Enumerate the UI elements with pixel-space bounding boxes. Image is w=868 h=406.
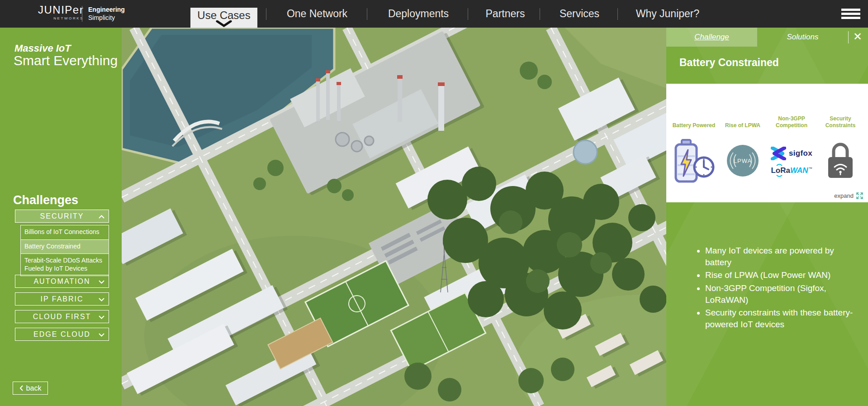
- nav-item-use-cases[interactable]: Use Cases: [190, 8, 257, 28]
- accordion-ip-fabric[interactable]: IP FABRIC: [15, 292, 109, 306]
- challenge-bullet: Security constraints with these battery-…: [705, 307, 857, 330]
- logo-networks-text: NETWORKS: [38, 16, 84, 20]
- accordion-automation[interactable]: AUTOMATION: [15, 275, 109, 288]
- juniper-iot-use-case-page: JUNIPer NETWORKS Engineering Simplicity …: [0, 0, 868, 406]
- logo-brand-text: JUNIPer: [38, 5, 84, 15]
- tagline-line1: Engineering: [88, 5, 125, 14]
- chevron-up-icon: [99, 215, 104, 219]
- lock-wifi-icon: [823, 140, 858, 182]
- accordion-label: EDGE CLOUD: [33, 330, 90, 339]
- wan-wordmark: WAN: [790, 166, 808, 175]
- chevron-down-icon: [215, 20, 233, 27]
- lora-wordmark: LoRa: [771, 166, 790, 175]
- accordion-edge-cloud[interactable]: EDGE CLOUD: [15, 328, 109, 341]
- chevron-down-icon: [99, 298, 104, 301]
- challenge-panel: Challenge Solutions ✕ Battery Constraine…: [666, 28, 868, 406]
- chevron-left-icon: [19, 385, 23, 391]
- lorawan-arc-icon: [776, 175, 783, 178]
- nav-separator: [468, 8, 468, 20]
- nav-separator: [367, 8, 367, 20]
- challenge-bullet: Rise of LPWA (Low Power WAN): [705, 269, 857, 281]
- battery-clock-icon: [673, 137, 715, 184]
- security-submenu: Billions of IoT Connections Battery Cons…: [20, 225, 109, 276]
- tab-divider: [848, 31, 849, 43]
- chevron-down-icon: [99, 333, 104, 337]
- tagline-line2: Simplicity: [88, 14, 125, 22]
- back-label: back: [26, 384, 42, 392]
- expand-label: expand: [834, 192, 854, 199]
- card-column-battery-powered: Battery Powered: [670, 115, 718, 202]
- juniper-logo[interactable]: JUNIPer NETWORKS: [38, 5, 84, 20]
- card-column-label: Security Constraints: [816, 115, 864, 129]
- challenge-infographic-card: Battery Powered: [666, 84, 868, 202]
- nav-item-why-juniper[interactable]: Why Juniper?: [636, 0, 700, 28]
- card-column-label: Battery Powered: [673, 115, 716, 129]
- hamburger-menu-icon[interactable]: [841, 9, 860, 21]
- accordion-label: IP FABRIC: [40, 295, 83, 303]
- sidebar-title: Smart Everything: [14, 53, 118, 68]
- submenu-item-battery-constrained[interactable]: Battery Constrained: [21, 239, 109, 254]
- lpwa-signal-icon: LPWA: [724, 142, 762, 180]
- lorawan-logo: LoRa WAN ™: [771, 166, 812, 175]
- logo-tagline: Engineering Simplicity: [88, 5, 125, 22]
- nav-item-partners[interactable]: Partners: [486, 0, 525, 28]
- panel-tabs: Challenge Solutions: [666, 28, 848, 47]
- card-column-label: Rise of LPWA: [725, 115, 760, 129]
- challenge-bullet: Non-3GPP Competition (Sigfox, LoRaWAN): [705, 282, 857, 306]
- submenu-item-terabit-ddos[interactable]: Terabit-Scale DDoS Attacks Fueled by IoT…: [21, 253, 109, 276]
- card-column-lpwa: Rise of LPWA LPWA: [719, 115, 767, 202]
- svg-text:LPWA: LPWA: [734, 158, 752, 164]
- logo-divider: [82, 6, 82, 22]
- card-column-security: Security Constraints: [816, 115, 864, 202]
- challenge-bullet: Many IoT devices are powered by battery: [705, 245, 857, 268]
- nav-separator: [540, 8, 540, 20]
- chevron-down-icon: [99, 315, 104, 319]
- top-nav: JUNIPer NETWORKS Engineering Simplicity …: [0, 0, 868, 28]
- submenu-item-billions-iot[interactable]: Billions of IoT Connections: [21, 225, 109, 239]
- expand-arrows-icon: [856, 192, 863, 200]
- accordion-label: SECURITY: [40, 212, 84, 220]
- close-icon[interactable]: ✕: [853, 31, 862, 42]
- expand-button[interactable]: expand: [834, 192, 863, 200]
- tab-solutions[interactable]: Solutions: [757, 28, 848, 47]
- nav-item-deployments[interactable]: Deployments: [388, 0, 449, 28]
- nav-separator: [266, 8, 266, 20]
- nav-item-services[interactable]: Services: [560, 0, 599, 28]
- back-button[interactable]: back: [13, 382, 48, 395]
- tab-challenge[interactable]: Challenge: [666, 28, 757, 47]
- sigfox-butterfly-icon: [771, 147, 786, 160]
- accordion-security[interactable]: SECURITY: [15, 210, 109, 223]
- card-column-non-3gpp: Non-3GPP Competition sigfox LoRa: [768, 115, 816, 202]
- sigfox-wordmark: sigfox: [789, 149, 812, 158]
- sigfox-logo: sigfox: [771, 147, 812, 160]
- trademark-symbol: ™: [809, 167, 812, 171]
- nav-separator: [617, 8, 618, 20]
- card-column-label: Non-3GPP Competition: [768, 115, 816, 129]
- challenge-bullet-list: Many IoT devices are powered by battery …: [694, 245, 857, 332]
- panel-title: Battery Constrained: [679, 57, 779, 69]
- accordion-label: AUTOMATION: [33, 277, 90, 286]
- accordion-cloud-first[interactable]: CLOUD FIRST: [15, 310, 109, 323]
- challenges-heading: Challenges: [13, 193, 78, 207]
- nav-item-one-network[interactable]: One Network: [287, 0, 347, 28]
- lorawan-arc-icon: [776, 163, 783, 166]
- challenges-sidebar: Massive IoT Smart Everything Challenges …: [0, 28, 122, 406]
- chevron-down-icon: [99, 280, 104, 284]
- accordion-label: CLOUD FIRST: [33, 313, 91, 321]
